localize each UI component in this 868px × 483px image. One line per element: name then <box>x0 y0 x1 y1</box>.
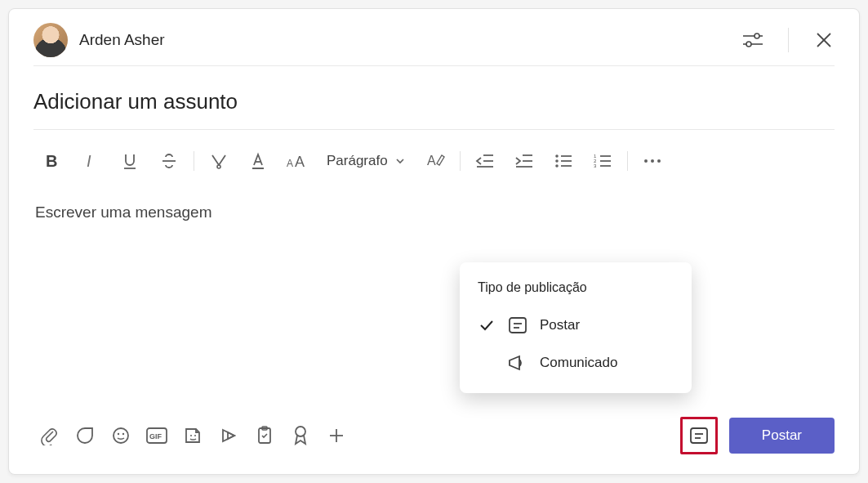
indent-increase-button[interactable] <box>506 145 542 177</box>
check-icon <box>478 320 496 331</box>
username-label: Arden Asher <box>79 31 165 49</box>
numbered-list-button[interactable]: 123 <box>585 145 621 177</box>
post-type-button[interactable] <box>680 417 718 454</box>
toolbar-separator <box>460 151 461 171</box>
svg-point-41 <box>118 433 119 435</box>
approvals-icon[interactable] <box>249 420 280 451</box>
compose-header: Arden Asher <box>33 25 835 66</box>
bold-button[interactable]: B <box>33 145 69 177</box>
bullet-list-button[interactable] <box>545 145 581 177</box>
post-type-popup: Tipo de publicação Postar Comunicado <box>460 262 692 393</box>
svg-point-34 <box>644 159 648 163</box>
bottom-icons: GIF <box>33 420 352 451</box>
svg-point-24 <box>555 159 559 163</box>
svg-text:A: A <box>427 154 436 168</box>
more-options-button[interactable] <box>634 145 670 177</box>
attach-icon[interactable] <box>33 420 65 451</box>
svg-text:A: A <box>295 154 305 170</box>
popup-item-label: Comunicado <box>540 355 617 371</box>
toolbar-separator <box>194 151 194 171</box>
popup-title: Tipo de publicação <box>474 280 677 295</box>
indent-decrease-button[interactable] <box>467 145 503 177</box>
popup-item-label: Postar <box>540 317 580 333</box>
add-app-icon[interactable] <box>321 420 352 451</box>
format-toolbar: B I AA Parágrafo A 123 <box>33 141 835 181</box>
underline-button[interactable] <box>112 145 148 177</box>
italic-button[interactable]: I <box>73 145 109 177</box>
svg-text:3: 3 <box>594 163 597 168</box>
svg-point-26 <box>555 164 559 168</box>
highlight-button[interactable] <box>201 145 237 177</box>
svg-point-10 <box>217 165 220 168</box>
svg-point-36 <box>657 159 661 163</box>
compose-card: Arden Asher B I AA Parágrafo A 123 <box>8 8 860 475</box>
chevron-down-icon <box>394 155 406 167</box>
font-size-button[interactable]: AA <box>279 145 315 177</box>
right-actions: Postar <box>680 417 835 454</box>
emoji-icon[interactable] <box>105 420 136 451</box>
header-divider <box>788 28 789 52</box>
svg-point-35 <box>651 159 654 163</box>
gif-icon[interactable]: GIF <box>141 420 172 451</box>
svg-rect-52 <box>691 428 707 443</box>
svg-point-42 <box>122 433 124 435</box>
svg-text:B: B <box>46 152 57 170</box>
loop-icon[interactable] <box>69 420 100 451</box>
svg-point-46 <box>194 435 196 436</box>
svg-text:I: I <box>87 152 91 170</box>
strikethrough-button[interactable] <box>151 145 187 177</box>
bottom-bar: GIF Postar <box>33 417 835 454</box>
svg-point-45 <box>190 435 192 436</box>
svg-text:GIF: GIF <box>149 432 162 441</box>
post-button[interactable]: Postar <box>729 418 835 454</box>
sticker-icon[interactable] <box>177 420 208 451</box>
subject-input[interactable] <box>33 83 835 130</box>
svg-text:A: A <box>287 158 293 169</box>
avatar[interactable] <box>33 23 68 57</box>
svg-point-1 <box>754 34 759 38</box>
megaphone-icon <box>507 354 528 372</box>
clear-format-button[interactable]: A <box>417 145 453 177</box>
paragraph-label: Parágrafo <box>327 153 388 169</box>
popup-item-announcement[interactable]: Comunicado <box>474 344 677 382</box>
settings-icon[interactable] <box>742 29 763 51</box>
font-color-button[interactable] <box>240 145 276 177</box>
paragraph-dropdown[interactable]: Parágrafo <box>318 145 414 177</box>
svg-point-49 <box>296 427 305 436</box>
svg-point-3 <box>746 42 751 47</box>
svg-point-40 <box>114 428 128 443</box>
message-input[interactable]: Escrever uma mensagem <box>33 181 835 320</box>
praise-icon[interactable] <box>285 420 316 451</box>
post-icon <box>507 316 528 334</box>
svg-point-22 <box>555 154 559 158</box>
close-icon[interactable] <box>813 29 835 51</box>
popup-item-post[interactable]: Postar <box>474 306 677 344</box>
stream-icon[interactable] <box>213 420 244 451</box>
toolbar-separator <box>627 151 628 171</box>
svg-rect-37 <box>510 318 526 333</box>
header-actions <box>742 28 835 52</box>
